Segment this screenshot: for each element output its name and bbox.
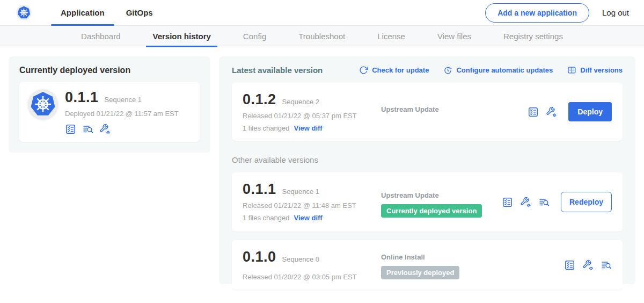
sequence-label: Sequence 2	[282, 98, 319, 106]
add-application-button[interactable]: Add a new application	[485, 3, 589, 23]
version-source-label: Upstream Update	[381, 105, 528, 113]
diff-versions-label: Diff versions	[580, 66, 623, 74]
currently-deployed-title: Currently deployed version	[19, 66, 200, 75]
diff-versions-icon	[567, 66, 576, 75]
version-number: 0.1.0	[243, 249, 276, 265]
version-source-label: Upstream Update	[381, 191, 502, 199]
files-changed-label: 1 files changed	[243, 214, 289, 222]
deployed-version-card: 0.1.1 Sequence 1 Deployed 01/21/22 @ 11:…	[19, 82, 200, 142]
view-config-wrench-eye-icon[interactable]	[582, 259, 594, 271]
subnav-tab-view-files[interactable]: View files	[421, 26, 487, 47]
released-timestamp: Released 01/20/22 @ 03:05 pm EST	[243, 273, 381, 281]
currently-deployed-badge: Currently deployed version	[381, 204, 482, 218]
deploy-button[interactable]: Deploy	[568, 102, 612, 121]
deployed-timestamp: Deployed 01/21/22 @ 11:57 am EST	[65, 110, 179, 118]
edit-config-wrench-gear-icon[interactable]	[520, 197, 531, 208]
redeploy-button[interactable]: Redeploy	[561, 192, 612, 212]
subnav-tab-troubleshoot[interactable]: Troubleshoot	[282, 26, 361, 47]
kubernetes-logo-icon	[16, 5, 32, 20]
tab-gitops[interactable]: GitOps	[115, 0, 164, 26]
released-timestamp: Released 01/21/22 @ 11:48 am EST	[243, 201, 381, 210]
configure-automatic-updates-label: Configure automatic updates	[456, 66, 553, 74]
logs-search-icon[interactable]	[82, 124, 93, 135]
tab-application[interactable]: Application	[50, 0, 115, 26]
available-versions-panel: Latest available version Check for updat…	[219, 56, 635, 284]
app-subnav: Dashboard Version history Config Trouble…	[0, 26, 644, 47]
subnav-tab-license[interactable]: License	[361, 26, 421, 47]
view-diff-link[interactable]: View diff	[294, 124, 322, 132]
other-available-versions-title: Other available versions	[232, 155, 623, 164]
subnav-tab-dashboard[interactable]: Dashboard	[65, 26, 136, 47]
released-timestamp: Released 01/21/22 @ 05:37 pm EST	[243, 112, 381, 120]
currently-deployed-panel: Currently deployed version 0.1.1 Sequenc…	[9, 56, 210, 153]
edit-config-wrench-gear-icon[interactable]	[546, 106, 557, 118]
view-diff-link[interactable]: View diff	[294, 214, 322, 222]
subnav-tab-registry-settings[interactable]: Registry settings	[487, 26, 579, 47]
version-number: 0.1.1	[243, 181, 276, 198]
top-bar: Application GitOps Add a new application…	[0, 0, 644, 26]
deployed-sequence-label: Sequence 1	[105, 96, 142, 104]
subnav-tab-version-history[interactable]: Version history	[136, 26, 226, 47]
deployed-version-number: 0.1.1	[65, 89, 99, 106]
release-notes-checklist-icon[interactable]	[502, 197, 513, 208]
logs-search-icon[interactable]	[538, 197, 550, 208]
release-notes-checklist-icon[interactable]	[564, 259, 575, 271]
app-logo-icon	[28, 89, 58, 119]
schedule-update-icon	[443, 66, 452, 75]
release-notes-checklist-icon[interactable]	[528, 106, 539, 118]
latest-available-title: Latest available version	[232, 66, 359, 75]
version-card-0-1-0: 0.1.0 Sequence 0 Released 01/20/22 @ 03:…	[232, 240, 623, 290]
check-for-update-link[interactable]: Check for update	[359, 66, 429, 75]
edit-config-wrench-gear-icon[interactable]	[99, 124, 111, 135]
version-history-page: Currently deployed version 0.1.1 Sequenc…	[0, 47, 644, 302]
configure-automatic-updates-link[interactable]: Configure automatic updates	[443, 66, 553, 75]
diff-versions-link[interactable]: Diff versions	[567, 66, 623, 75]
version-card-0-1-1: 0.1.1 Sequence 1 Released 01/21/22 @ 11:…	[232, 172, 623, 232]
check-for-update-label: Check for update	[372, 66, 429, 74]
version-card-0-1-2: 0.1.2 Sequence 2 Released 01/21/22 @ 05:…	[232, 83, 623, 141]
release-notes-checklist-icon[interactable]	[65, 124, 76, 135]
version-number: 0.1.2	[243, 91, 276, 108]
subnav-tab-config[interactable]: Config	[227, 26, 282, 47]
sequence-label: Sequence 1	[282, 187, 319, 196]
sequence-label: Sequence 0	[282, 255, 319, 263]
previously-deployed-badge: Previously deployed	[381, 266, 459, 279]
logs-search-icon[interactable]	[601, 259, 612, 271]
version-source-label: Online Install	[381, 253, 564, 261]
files-changed-label: 1 files changed	[243, 124, 289, 132]
logout-button[interactable]: Log out	[602, 8, 629, 17]
refresh-icon	[359, 66, 368, 75]
